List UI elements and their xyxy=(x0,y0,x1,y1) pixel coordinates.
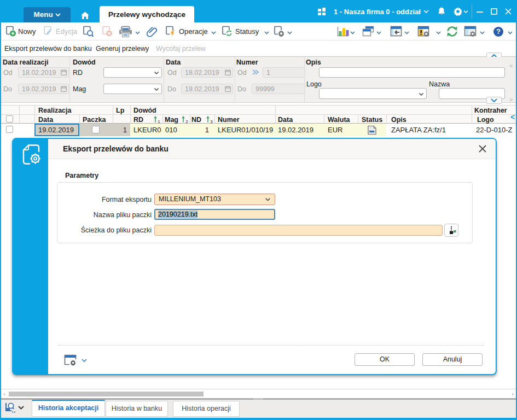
svg-text:3: 3 xyxy=(210,119,213,124)
svg-text:2: 2 xyxy=(185,119,188,124)
svg-text:1: 1 xyxy=(158,119,160,124)
